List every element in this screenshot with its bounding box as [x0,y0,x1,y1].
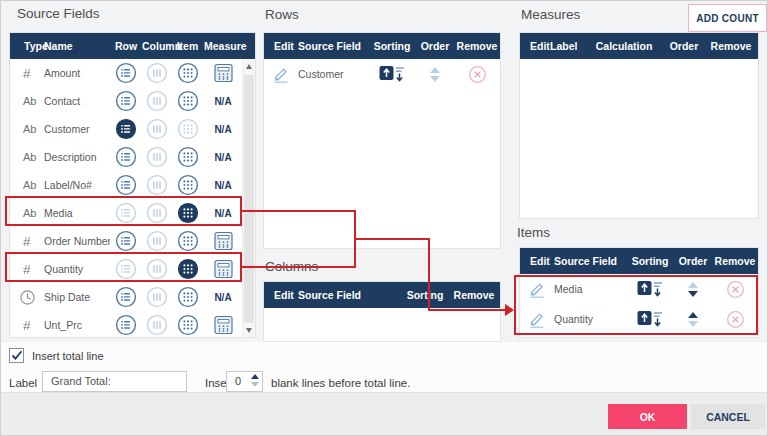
row-toggle-icon[interactable] [110,146,142,168]
row-toggle-icon[interactable] [110,258,142,280]
row-toggle-icon[interactable] [110,174,142,196]
col-header-column: Column [142,40,171,52]
order-control [416,67,454,82]
col-header-order: Order [664,40,704,52]
col-header-sorting: Sorting [368,40,416,52]
source-fields-body: #AmountAbContactN/AAbCustomerN/AAbDescri… [10,59,255,339]
order-up-icon[interactable] [688,312,698,318]
column-toggle-icon[interactable] [142,258,171,280]
row-toggle-icon[interactable] [110,314,142,336]
column-toggle-icon[interactable] [142,174,171,196]
row-toggle-icon[interactable] [110,286,142,308]
order-down-icon[interactable] [688,321,698,327]
blank-lines-value: 0 [235,375,241,387]
items-table: Edit Source Field Sorting Order Remove M… [519,247,759,338]
blank-lines-stepper[interactable]: 0 [226,371,263,392]
source-fields-scrollbar[interactable] [242,59,255,337]
source-field-row: AbCustomerN/A [10,115,255,143]
item-toggle-icon[interactable] [171,314,204,336]
stepper-up-icon[interactable] [251,374,259,379]
columns-table: Edit Source Field Sorting Remove [263,281,501,342]
row-toggle-icon[interactable] [110,90,142,112]
field-name: Amount [44,67,110,79]
sort-ascending-icon[interactable] [626,279,674,300]
row-toggle-icon[interactable] [110,62,142,84]
sort-ascending-icon[interactable] [368,64,416,85]
col-header-item: Item [171,40,204,52]
col-header-remove: Remove [704,40,758,52]
sort-ascending-icon[interactable] [626,309,674,330]
insert-total-line-checkbox[interactable] [9,348,24,363]
scrollbar-thumb[interactable] [244,75,254,323]
item-toggle-icon[interactable] [171,258,204,280]
column-toggle-icon[interactable] [142,286,171,308]
item-toggle-icon[interactable] [171,90,204,112]
cancel-button[interactable]: CANCEL [691,404,765,429]
column-toggle-icon[interactable] [142,146,171,168]
order-down-icon[interactable] [688,291,698,297]
field-type-label: Ab [10,207,44,219]
col-header-sorting: Sorting [402,289,448,301]
source-field-row: #Amount [10,59,255,87]
order-down-icon[interactable] [430,76,440,82]
col-header-edit: Edit [264,40,298,52]
column-toggle-icon[interactable] [142,62,171,84]
insert-total-line-label: Insert total line [32,350,104,362]
col-header-measure: Measure [204,40,260,52]
col-header-source-field: Source Field [298,40,368,52]
rows-table: Edit Source Field Sorting Order Remove C… [263,32,501,249]
scroll-up-icon[interactable] [243,60,255,72]
measures-title: Measures [521,7,580,22]
edit-pencil-icon[interactable] [520,281,554,298]
col-header-source-field: Source Field [554,255,626,267]
remove-icon[interactable] [712,280,758,299]
order-up-icon[interactable] [430,67,440,73]
remove-icon[interactable] [454,65,500,84]
column-toggle-icon[interactable] [142,90,171,112]
columns-header: Edit Source Field Sorting Remove [264,282,500,308]
remove-icon[interactable] [712,310,758,329]
field-type-label: Ab [10,95,44,107]
column-toggle-icon[interactable] [142,118,171,140]
field-type-label: Ab [10,151,44,163]
rows-title: Rows [265,7,299,22]
items-body: MediaQuantity [520,274,758,334]
clock-icon [10,289,44,306]
order-control [674,282,712,297]
field-name: Customer [298,68,368,80]
item-toggle-icon[interactable] [171,286,204,308]
scroll-down-icon[interactable] [243,324,255,336]
item-toggle-icon[interactable] [171,62,204,84]
col-header-remove: Remove [454,40,500,52]
item-toggle-icon[interactable] [171,146,204,168]
source-field-row: AbDescriptionN/A [10,143,255,171]
order-control [674,312,712,327]
measures-header: Edit Label Calculation Order Remove [520,33,758,59]
edit-pencil-icon[interactable] [264,66,298,83]
item-toggle-icon[interactable] [171,174,204,196]
field-name: Ship Date [44,291,110,303]
items-header: Edit Source Field Sorting Order Remove [520,248,758,274]
ok-button[interactable]: OK [608,404,687,429]
stepper-down-icon[interactable] [251,382,259,387]
col-header-order: Order [674,255,712,267]
edit-pencil-icon[interactable] [520,311,554,328]
add-count-button[interactable]: ADD COUNT [688,4,767,32]
row-toggle-icon[interactable] [110,230,142,252]
row-toggle-icon[interactable] [110,118,142,140]
total-label-input[interactable]: Grand Total: [42,371,187,392]
item-toggle-icon[interactable] [171,202,204,224]
item-toggle-icon[interactable] [171,118,204,140]
field-name: Label/No# [44,179,110,191]
column-toggle-icon[interactable] [142,202,171,224]
order-up-icon[interactable] [688,282,698,288]
item-toggle-icon[interactable] [171,230,204,252]
column-toggle-icon[interactable] [142,314,171,336]
field-name: Quantity [554,313,626,325]
col-header-type: Type [10,40,44,52]
col-header-row: Row [110,40,142,52]
column-toggle-icon[interactable] [142,230,171,252]
items-title: Items [517,225,550,240]
source-field-row: #Quantity [10,255,255,283]
row-toggle-icon[interactable] [110,202,142,224]
